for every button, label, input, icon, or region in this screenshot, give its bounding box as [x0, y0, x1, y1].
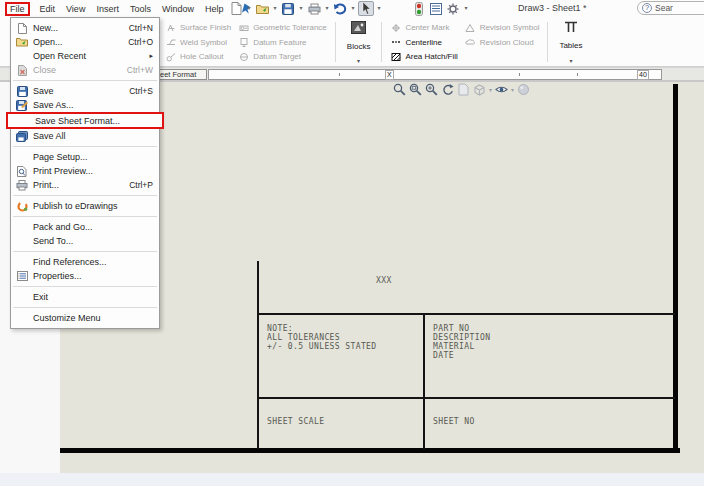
button-label: Area Hatch/Fill [405, 52, 457, 61]
info-line: MATERIAL [433, 342, 490, 351]
zoom-area-icon[interactable] [409, 83, 422, 96]
menu-window[interactable]: Window [161, 3, 195, 15]
save-icon[interactable] [280, 1, 296, 16]
menu-item-properties[interactable]: Properties... [11, 269, 159, 283]
menu-view[interactable]: View [65, 3, 86, 15]
revision-cloud-icon [465, 37, 476, 48]
menu-item-label: Send To... [33, 236, 145, 246]
dropdown-caret-icon[interactable]: ▾ [245, 1, 253, 16]
menu-separator [13, 216, 157, 217]
open-document-icon[interactable] [254, 1, 270, 16]
button-label: Center Mark [405, 23, 449, 32]
zoom-in-out-icon[interactable] [425, 83, 438, 96]
toolbar-separator [335, 22, 336, 62]
dropdown-caret-icon[interactable]: ▾ [462, 1, 470, 16]
geometric-tolerance-icon [238, 22, 249, 33]
datum-feature-button[interactable]: Datum Feature [238, 36, 327, 49]
dropdown-caret-icon[interactable]: ▾ [297, 1, 305, 16]
surface-finish-button[interactable]: Surface Finish [165, 21, 231, 34]
menu-item-pack-and-go[interactable]: Pack and Go... [11, 220, 159, 234]
button-label: Geometric Tolerance [253, 23, 327, 32]
hide-show-items-icon[interactable] [495, 83, 508, 96]
annotation-group-revision: Revision Symbol Revision Cloud [465, 19, 540, 65]
menu-item-find-references[interactable]: Find References... [11, 255, 159, 269]
menu-item-save[interactable]: Save Ctrl+S [11, 84, 159, 98]
center-mark-icon [390, 22, 401, 33]
appearance-sphere-icon[interactable] [517, 83, 530, 96]
dropdown-caret-icon[interactable]: ▾ [323, 1, 331, 16]
rebuild-traffic-light-icon[interactable] [411, 1, 427, 16]
tables-icon [564, 21, 578, 33]
menu-item-new[interactable]: New... Ctrl+N [11, 21, 159, 35]
menu-help[interactable]: Help [204, 3, 225, 15]
menu-item-shortcut: Ctrl+S [129, 86, 153, 96]
menu-item-label: Find References... [33, 257, 145, 267]
dropdown-caret-icon[interactable]: ▾ [357, 58, 360, 64]
menu-item-exit[interactable]: Exit [11, 290, 159, 304]
annotation-group-datums: Geometric Tolerance Datum Feature Datum … [238, 19, 327, 65]
menu-item-print-preview[interactable]: Print Preview... [11, 164, 159, 178]
menu-item-label: Pack and Go... [33, 222, 145, 232]
menu-item-open[interactable]: Open... Ctrl+O [11, 35, 159, 49]
new-document-icon[interactable] [228, 1, 244, 16]
ruler-mark-40: 40 [637, 70, 649, 80]
help-search-box[interactable]: ? Sear [637, 1, 704, 15]
heads-up-view-toolbar: ▾ ▾ [393, 83, 530, 96]
weld-symbol-button[interactable]: Weld Symbol [165, 36, 231, 49]
undo-icon[interactable] [332, 1, 348, 16]
dropdown-caret-icon[interactable]: ▾ [569, 58, 572, 64]
menu-item-page-setup[interactable]: Page Setup... [11, 150, 159, 164]
menu-item-save-all[interactable]: Save All [11, 129, 159, 143]
no-icon [15, 221, 29, 233]
dropdown-caret-icon[interactable]: ▾ [511, 86, 514, 93]
close-document-icon [15, 64, 29, 76]
rotate-view-icon[interactable] [441, 83, 454, 96]
dropdown-caret-icon[interactable]: ▾ [349, 1, 357, 16]
menu-item-save-as[interactable]: Save As... [11, 98, 159, 112]
menu-item-customize-menu[interactable]: Customize Menu [11, 311, 159, 325]
menu-item-print[interactable]: Print... Ctrl+P [11, 178, 159, 192]
revision-symbol-button[interactable]: Revision Symbol [465, 21, 540, 34]
titleblock-info: PART NO DESCRIPTION MATERIAL DATE [433, 324, 490, 360]
menu-item-save-sheet-format[interactable]: Save Sheet Format... [6, 112, 164, 129]
menu-file[interactable]: File [5, 2, 30, 16]
print-icon[interactable] [306, 1, 322, 16]
revision-cloud-button[interactable]: Revision Cloud [465, 36, 540, 49]
menu-edit[interactable]: Edit [39, 3, 57, 15]
centerline-button[interactable]: Centerline [390, 36, 457, 49]
menu-item-label: Customize Menu [33, 313, 145, 323]
menu-item-close[interactable]: Close Ctrl+W [11, 63, 159, 77]
info-line: DATE [433, 351, 490, 360]
dropdown-caret-icon[interactable]: ▾ [489, 86, 492, 93]
button-label: Datum Feature [253, 38, 306, 47]
view-orientation-icon[interactable] [473, 83, 486, 96]
new-document-icon [15, 22, 29, 34]
no-icon [15, 312, 29, 324]
geometric-tolerance-button[interactable]: Geometric Tolerance [238, 21, 327, 34]
center-mark-button[interactable]: Center Mark [390, 21, 457, 34]
button-label: Surface Finish [180, 23, 231, 32]
select-tool-icon[interactable] [358, 1, 374, 16]
menu-insert[interactable]: Insert [95, 3, 120, 15]
options-gear-icon[interactable] [445, 1, 461, 16]
properties-icon [15, 270, 29, 282]
sheet-properties-icon[interactable] [457, 83, 470, 96]
menu-tools[interactable]: Tools [129, 3, 152, 15]
menu-item-send-to[interactable]: Send To... [11, 234, 159, 248]
zoom-fit-icon[interactable] [393, 83, 406, 96]
tables-button[interactable]: Tables ▾ [556, 19, 585, 65]
menu-item-open-recent[interactable]: Open Recent ▸ [11, 49, 159, 63]
menu-item-shortcut: Ctrl+N [129, 23, 153, 33]
note-line: +/- 0.5 UNLESS STATED [267, 342, 377, 351]
centerline-icon [390, 37, 401, 48]
dropdown-caret-icon[interactable]: ▾ [271, 1, 279, 16]
blocks-button[interactable]: Blocks ▾ [344, 19, 374, 65]
menu-item-label: Save Sheet Format... [35, 116, 148, 126]
dropdown-caret-icon[interactable]: ▾ [375, 1, 383, 16]
menu-item-label: Print... [33, 180, 121, 190]
datum-target-button[interactable]: Datum Target [238, 50, 327, 63]
hole-callout-button[interactable]: Hole Callout [165, 50, 231, 63]
area-hatch-fill-button[interactable]: Area Hatch/Fill [390, 50, 457, 63]
menu-item-publish-edrawings[interactable]: Publish to eDrawings [11, 199, 159, 213]
task-pane-icon[interactable] [428, 1, 444, 16]
